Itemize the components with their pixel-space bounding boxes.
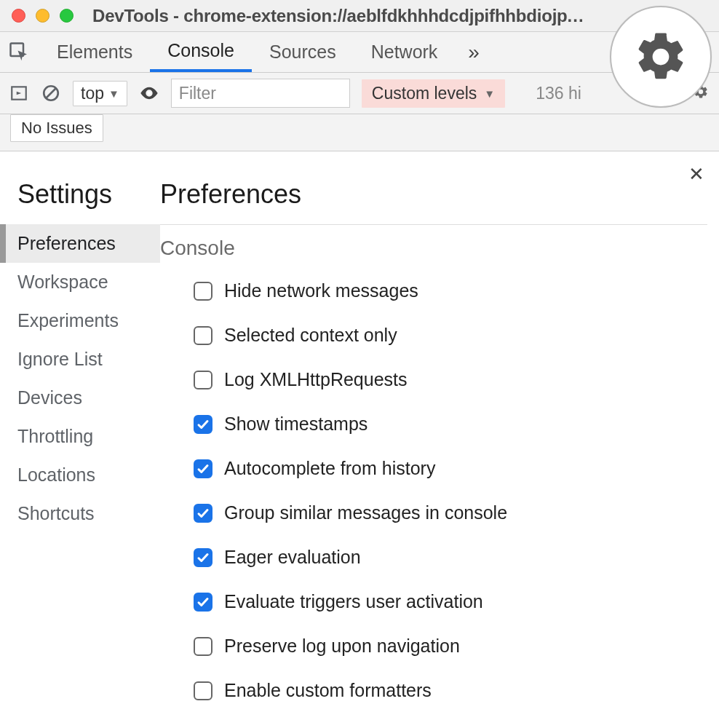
option-label: Autocomplete from history: [224, 458, 435, 479]
context-value: top: [81, 84, 104, 103]
option-label: Hide network messages: [224, 280, 418, 301]
tab-elements[interactable]: Elements: [39, 32, 150, 72]
sidebar-item-throttling[interactable]: Throttling: [0, 417, 160, 456]
sidebar-item-experiments[interactable]: Experiments: [0, 301, 160, 340]
sidebar-item-ignore-list[interactable]: Ignore List: [0, 340, 160, 379]
preferences-title: Preferences: [160, 179, 707, 225]
settings-gear-button[interactable]: [610, 6, 712, 108]
svg-line-3: [47, 89, 56, 98]
pref-option[interactable]: Log XMLHttpRequests: [194, 357, 707, 402]
traffic-lights: [12, 9, 74, 23]
pref-option[interactable]: Enable custom formatters: [194, 668, 707, 713]
preferences-pane: Preferences Console Hide network message…: [160, 151, 719, 713]
tab-sources[interactable]: Sources: [252, 32, 354, 72]
hidden-messages-count: 136 hi: [536, 84, 581, 103]
option-label: Show timestamps: [224, 414, 368, 435]
sidebar-item-shortcuts[interactable]: Shortcuts: [0, 494, 160, 533]
chevron-down-icon: ▼: [108, 87, 119, 100]
titlebar: DevTools - chrome-extension://aeblfdkhhh…: [0, 0, 719, 32]
chevron-down-icon: ▼: [484, 87, 495, 100]
settings-panel: ✕ Settings PreferencesWorkspaceExperimen…: [0, 151, 719, 713]
checkbox[interactable]: [194, 637, 212, 656]
pref-option[interactable]: Show timestamps: [194, 402, 707, 446]
sidebar-item-devices[interactable]: Devices: [0, 379, 160, 417]
pref-option[interactable]: Group similar messages in console: [194, 491, 707, 535]
gear-icon: [632, 28, 689, 85]
toggle-drawer-icon[interactable]: [9, 83, 29, 103]
context-selector[interactable]: top ▼: [73, 81, 127, 106]
tab-network[interactable]: Network: [354, 32, 456, 72]
settings-sidebar: Settings PreferencesWorkspaceExperiments…: [0, 151, 160, 713]
more-tabs-button[interactable]: »: [455, 32, 493, 72]
checkbox[interactable]: [194, 371, 212, 389]
sidebar-item-locations[interactable]: Locations: [0, 456, 160, 494]
checkbox[interactable]: [194, 593, 212, 612]
option-label: Evaluate triggers user activation: [224, 591, 483, 612]
issues-button[interactable]: No Issues: [10, 114, 103, 142]
filter-input[interactable]: [171, 79, 350, 108]
pref-option[interactable]: Autocomplete from history: [194, 446, 707, 491]
minimize-window-button[interactable]: [36, 9, 49, 23]
log-level-value: Custom levels: [372, 84, 477, 103]
sidebar-item-workspace[interactable]: Workspace: [0, 263, 160, 301]
window-title: DevTools - chrome-extension://aeblfdkhhh…: [92, 6, 584, 26]
pref-option[interactable]: Evaluate triggers user activation: [194, 579, 707, 624]
option-label: Group similar messages in console: [224, 502, 507, 523]
option-label: Preserve log upon navigation: [224, 636, 460, 657]
checkbox[interactable]: [194, 326, 212, 345]
section-heading: Console: [160, 225, 707, 269]
inspect-element-icon[interactable]: [0, 32, 39, 72]
tab-console[interactable]: Console: [150, 32, 252, 72]
checkbox[interactable]: [194, 548, 212, 567]
pref-option[interactable]: Eager evaluation: [194, 535, 707, 579]
maximize-window-button[interactable]: [60, 9, 74, 23]
checkbox[interactable]: [194, 415, 212, 434]
checkbox[interactable]: [194, 681, 212, 700]
option-label: Enable custom formatters: [224, 680, 432, 701]
option-label: Selected context only: [224, 325, 397, 346]
live-expression-icon[interactable]: [139, 83, 159, 103]
pref-option[interactable]: Hide network messages: [194, 269, 707, 313]
option-label: Log XMLHttpRequests: [224, 369, 408, 390]
checkbox[interactable]: [194, 504, 212, 523]
checkbox[interactable]: [194, 459, 212, 478]
checkbox[interactable]: [194, 282, 212, 301]
log-level-selector[interactable]: Custom levels ▼: [362, 79, 505, 108]
close-window-button[interactable]: [12, 9, 25, 23]
option-label: Eager evaluation: [224, 547, 361, 568]
console-toolbar: top ▼ Custom levels ▼ 136 hi: [0, 73, 719, 114]
sidebar-item-preferences[interactable]: Preferences: [0, 224, 160, 263]
clear-console-icon[interactable]: [41, 83, 61, 103]
svg-point-4: [148, 92, 151, 95]
settings-title: Settings: [0, 179, 160, 224]
close-settings-icon[interactable]: ✕: [688, 163, 704, 186]
pref-option[interactable]: Selected context only: [194, 313, 707, 357]
pref-option[interactable]: Preserve log upon navigation: [194, 624, 707, 668]
